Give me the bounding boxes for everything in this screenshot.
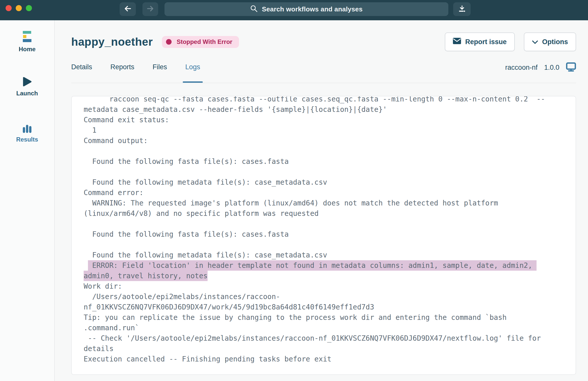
status-dot-icon [166,39,172,45]
log-row: ERROR: Field 'location' in header templa… [84,260,564,271]
log-text: .command.run` [84,323,139,333]
log-text: Found the following metadata file(s): ca… [84,250,327,260]
envelope-icon [453,38,461,46]
log-text: Work dir: [84,281,122,291]
back-arrow-icon [124,5,132,13]
log-row: Found the following metadata file(s): ca… [84,177,564,187]
log-text: Command error: [84,187,143,198]
log-text: Found the following fasta file(s): cases… [84,156,289,167]
page-title: happy_noether [71,36,153,48]
report-issue-button[interactable]: Report issue [445,32,515,51]
log-row: Execution cancelled -- Finishing pending… [84,354,564,364]
search-input[interactable]: Search workflows and analyses [164,2,448,16]
search-placeholder: Search workflows and analyses [262,5,362,13]
log-row: raccoon seq-qc --fasta cases.fasta --out… [84,96,564,104]
zoom-window-button[interactable] [26,5,32,11]
log-row: nf_01KKVSCZ6NQ7VFK06DJ6D9DX47/work/45/9d… [84,302,564,312]
sidebar-item-home[interactable]: Home [0,31,54,53]
log-row: WARNING: The requested image's platform … [84,198,564,208]
log-row: (linux/arm64/v8) and no specific platfor… [84,208,564,219]
options-button[interactable]: Options [524,32,576,51]
tabs-row: DetailsReportsFilesLogs raccoon-nf 1.0.0 [71,62,576,83]
log-text: raccoon seq-qc --fasta cases.fasta --out… [84,96,545,104]
header-actions: Report issue Options [445,32,576,51]
chevron-down-icon [532,38,538,46]
sidebar-item-label: Results [0,136,54,143]
workflow-version: raccoon-nf 1.0.0 [505,62,576,73]
log-row: details [84,343,564,354]
search-icon [250,5,258,13]
log-row: /Users/aotoole/epi2melabs/instances/racc… [84,291,564,302]
log-panel[interactable]: raccoon seq-qc --fasta cases.fasta --out… [71,96,576,375]
epi2me-logo-icon [0,31,54,43]
log-text: nf_01KKVSCZ6NQ7VFK06DJ6D9DX47/work/45/9d… [84,302,374,312]
log-text: WARNING: The requested image's platform … [84,198,498,208]
log-text: Found the following fasta file(s): cases… [84,229,289,239]
log-text: -- Check '/Users/aotoole/epi2melabs/inst… [84,333,541,343]
download-icon [458,5,466,14]
back-button[interactable] [120,2,136,16]
tab-details[interactable]: Details [71,62,92,83]
log-row: -- Check '/Users/aotoole/epi2melabs/inst… [84,333,564,343]
log-text: Command output: [84,135,148,146]
tab-files[interactable]: Files [153,62,167,83]
log-text: Command exit status: [84,115,169,125]
log-row: Found the following fasta file(s): cases… [84,156,564,167]
log-row: 1 [84,125,564,135]
bar-chart-icon [0,121,54,133]
tab-reports[interactable]: Reports [111,62,135,83]
log-row: Found the following fasta file(s): cases… [84,229,564,239]
log-row [84,239,564,250]
tab-logs[interactable]: Logs [185,62,200,83]
log-row: metadata case_metadata.csv --header-fiel… [84,104,564,115]
instance-header: happy_noether Stopped With Error Report … [71,33,576,51]
log-row: Work dir: [84,281,564,291]
log-output: raccoon seq-qc --fasta cases.fasta --out… [72,96,576,364]
traffic-lights [6,5,32,11]
log-text: Found the following metadata file(s): ca… [84,177,327,187]
monitor-icon [566,62,576,73]
log-text: Tip: you can replicate the issue by chan… [84,312,507,323]
status-badge-label: Stopped With Error [177,38,232,45]
window-titlebar: Search workflows and analyses [0,0,588,20]
sidebar-item-results[interactable]: Results [0,121,54,143]
log-row [84,167,564,177]
forward-arrow-icon [146,5,154,13]
main-content: happy_noether Stopped With Error Report … [55,20,588,381]
sidebar-item-label: Home [0,46,54,53]
log-row [84,219,564,229]
log-row: .command.run` [84,323,564,333]
status-badge: Stopped With Error [162,36,239,48]
workflow-name: raccoon-nf [505,64,538,72]
log-text: (linux/arm64/v8) and no specific platfor… [84,208,319,219]
play-icon [0,75,54,87]
log-highlighted-text: admin0, travel history, notes [84,271,208,281]
log-highlighted-text: ERROR: Field 'location' in header templa… [88,260,537,271]
workflow-version-number: 1.0.0 [544,64,559,72]
log-text: Execution cancelled -- Finishing pending… [84,354,332,364]
log-text: metadata case_metadata.csv --header-fiel… [84,104,387,115]
log-text [84,260,88,271]
log-row: Command error: [84,187,564,198]
close-window-button[interactable] [6,5,12,11]
log-text: details [84,343,114,354]
log-row: Tip: you can replicate the issue by chan… [84,312,564,323]
log-row: Command output: [84,135,564,146]
tabs: DetailsReportsFilesLogs [71,62,200,83]
report-issue-label: Report issue [465,38,507,46]
log-text: /Users/aotoole/epi2melabs/instances/racc… [84,291,280,302]
sidebar-item-launch[interactable]: Launch [0,75,54,97]
minimize-window-button[interactable] [16,5,22,11]
options-label: Options [542,38,568,46]
log-row: Found the following metadata file(s): ca… [84,250,564,260]
forward-button[interactable] [142,2,158,16]
log-row: admin0, travel history, notes [84,271,564,281]
downloads-button[interactable] [453,2,471,16]
log-row: Command exit status: [84,115,564,125]
sidebar: Home Launch Results [0,20,55,381]
log-row [84,146,564,156]
log-text: 1 [84,125,97,135]
sidebar-item-label: Launch [0,90,54,97]
